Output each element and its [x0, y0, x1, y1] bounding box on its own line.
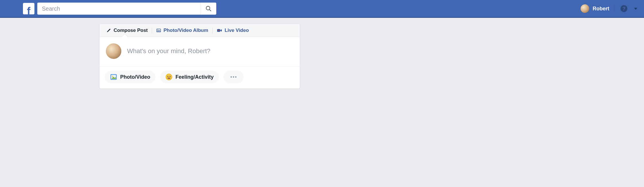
- navbar-divider: [614, 4, 615, 13]
- svg-marker-4: [634, 8, 637, 10]
- tab-label: Photo/Video Album: [164, 28, 208, 33]
- svg-point-9: [218, 30, 219, 31]
- svg-point-12: [112, 76, 113, 77]
- facebook-logo-letter: f: [27, 7, 30, 16]
- compose-input[interactable]: What's on your mind, Robert?: [127, 43, 293, 59]
- tab-label: Live Video: [225, 28, 249, 33]
- photo-icon: [110, 73, 117, 81]
- svg-point-16: [170, 76, 170, 77]
- search-icon: [205, 5, 212, 12]
- search-input[interactable]: [37, 3, 216, 15]
- top-navbar: f Robert ?: [0, 0, 644, 18]
- svg-marker-8: [220, 29, 222, 32]
- compose-row: What's on your mind, Robert?: [100, 37, 300, 67]
- profile-link[interactable]: Robert: [581, 4, 609, 13]
- account-menu-button[interactable]: [633, 6, 638, 11]
- svg-point-18: [233, 76, 234, 78]
- smiley-icon: [165, 73, 173, 81]
- svg-text:?: ?: [622, 6, 626, 11]
- facebook-logo[interactable]: f: [23, 3, 34, 14]
- svg-point-19: [235, 76, 236, 78]
- composer-tabs: Compose Post Photo/Video Album Live Vide: [100, 24, 300, 37]
- navbar-right: Robert ?: [581, 4, 638, 13]
- compose-actions: Photo/Video Feeling/Activity: [100, 67, 300, 88]
- help-icon: ?: [620, 5, 628, 12]
- caret-down-icon: [633, 6, 638, 11]
- tab-live-video[interactable]: Live Video: [213, 24, 253, 37]
- photo-album-icon: [156, 28, 161, 33]
- svg-point-17: [230, 76, 232, 78]
- svg-point-14: [166, 74, 172, 80]
- profile-name: Robert: [593, 6, 609, 12]
- action-photo-video[interactable]: Photo/Video: [105, 71, 155, 83]
- action-feeling-activity[interactable]: Feeling/Activity: [160, 71, 219, 83]
- search-wrap: [37, 3, 216, 15]
- pencil-icon: [106, 28, 111, 33]
- action-label: Feeling/Activity: [176, 74, 214, 80]
- svg-point-15: [167, 76, 168, 77]
- video-camera-icon: [217, 28, 222, 33]
- composer-card: Compose Post Photo/Video Album Live Vide: [99, 24, 300, 89]
- tab-label: Compose Post: [114, 28, 148, 33]
- action-more[interactable]: [223, 71, 244, 83]
- tab-photo-video-album[interactable]: Photo/Video Album: [152, 24, 212, 37]
- page: Compose Post Photo/Video Album Live Vide: [0, 18, 644, 89]
- avatar: [106, 43, 121, 59]
- avatar: [581, 4, 589, 13]
- svg-line-1: [209, 9, 211, 11]
- search-button[interactable]: [200, 3, 216, 15]
- help-button[interactable]: ?: [620, 5, 628, 13]
- more-icon: [230, 76, 237, 78]
- tab-compose-post[interactable]: Compose Post: [102, 24, 152, 37]
- svg-point-6: [157, 30, 158, 30]
- action-label: Photo/Video: [120, 74, 150, 80]
